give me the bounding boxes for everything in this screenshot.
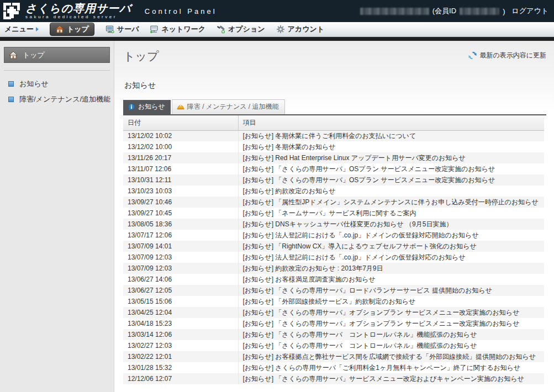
announcement-title[interactable]: [お知らせ] 約款改定のお知らせ : 2013年7月9日 (238, 263, 544, 274)
announcement-row[interactable]: 13/07/09 14:01 [お知らせ] 「RightNow CX」導入による… (123, 241, 544, 252)
refresh-icon (468, 51, 477, 60)
announcement-title[interactable]: [お知らせ] 「さくらの専用サーバ コントロールパネル」機能拡張のお知らせ (238, 340, 544, 351)
announcement-date: 13/02/27 12:03 (123, 340, 238, 351)
announcement-row[interactable]: 12/12/06 12:07 [お知らせ] 「さくらの専用サーバ」サービスメニュ… (123, 373, 544, 384)
announcement-row[interactable]: 13/09/27 10:46 [お知らせ] 「属性型JPドメイン」システムメンテ… (123, 197, 544, 208)
announcement-title[interactable]: [お知らせ] 「ネームサーバ」サービス利用に関するご案内 (238, 208, 544, 219)
announcement-title[interactable]: [お知らせ] 冬期休業のお知らせ (238, 141, 544, 152)
tab-label: お知らせ (138, 102, 165, 112)
announcement-date: 13/07/09 12:03 (123, 263, 238, 274)
announcement-row[interactable]: 13/06/27 14:06 [お知らせ] お客様満足度調査実施のお知らせ (123, 274, 544, 285)
sidebar-item-maintenance[interactable]: 障害/メンテナンス/追加機能 (0, 92, 114, 107)
maintenance-icon (177, 103, 184, 111)
announcement-row[interactable]: 13/05/15 15:06 [お知らせ] 「外部回線接続サービス」約款制定のお… (123, 296, 544, 307)
announcement-row[interactable]: 13/04/25 12:04 [お知らせ] 「さくらの専用サーバ」オプションプラ… (123, 307, 544, 318)
announcement-date: 13/06/27 12:05 (123, 285, 238, 296)
sidebar-item-label: お知らせ (19, 79, 49, 89)
announcement-row[interactable]: 13/10/31 12:11 [お知らせ] 「さくらの専用サーバ」OSプラン サ… (123, 174, 544, 186)
announcement-row[interactable]: 13/12/02 10:02 [お知らせ] 冬期休業に伴うご利用料金のお支払いに… (123, 130, 544, 141)
announcement-row[interactable]: 13/09/27 10:45 [お知らせ] 「ネームサーバ」サービス利用に関する… (123, 208, 544, 219)
announcement-date: 13/11/26 20:17 (123, 152, 238, 163)
announcement-title[interactable]: [お知らせ] 法人登記前における「.co.jp」ドメインの仮登録対応のお知らせ (238, 252, 544, 263)
main-content: トップ 最新の表示内容に更新 お知らせ お知らせ (114, 41, 554, 392)
announcement-title[interactable]: [お知らせ] 「さくらの専用サーバ」サービスメニュー改定およびキャンペーン実施の… (238, 373, 544, 384)
announcement-row[interactable]: 13/03/14 12:06 [お知らせ] 「さくらの専用サーバ コントロールパ… (123, 329, 544, 340)
announcement-title[interactable]: [お知らせ] 約款改定のお知らせ (238, 186, 544, 197)
announcement-date: 12/12/06 12:07 (123, 373, 238, 384)
announcement-row[interactable]: 13/10/23 10:03 [お知らせ] 約款改定のお知らせ (123, 186, 544, 197)
gear-icon (276, 25, 285, 34)
member-id-prefix: (会員ID (432, 6, 456, 16)
logout-link[interactable]: ログアウト (511, 6, 548, 16)
announcement-row[interactable]: 13/11/26 20:17 [お知らせ] Red Hat Enterprise… (123, 152, 544, 163)
nav-item-label: アカウント (288, 24, 325, 34)
announcement-date: 13/09/27 10:46 (123, 197, 238, 208)
account-info: (会員ID ) ログアウト (360, 6, 548, 16)
announcement-row[interactable]: 13/07/17 12:06 [お知らせ] 法人登記前における「.co.jp」ド… (123, 230, 544, 241)
announcement-title[interactable]: [お知らせ] 法人登記前における「.co.jp」ドメインの仮登録対応開始のお知ら… (238, 230, 544, 241)
announcement-title[interactable]: [お知らせ] 「外部回線接続サービス」約款制定のお知らせ (238, 296, 544, 307)
announcement-title[interactable]: [お知らせ] DNSキャッシュサーバ仕様変更のお知らせ （9月5日実施） (238, 219, 544, 230)
announcement-date: 13/05/15 15:06 (123, 296, 238, 307)
announcement-title[interactable]: [お知らせ] 「さくらの専用サーバ」OSプラン サービスメニュー改定実施のお知ら… (238, 163, 544, 174)
announcement-date: 13/10/23 10:03 (123, 186, 238, 197)
announcement-title[interactable]: [お知らせ] 「さくらの専用サーバ コントロールパネル」機能拡張のお知らせ (238, 329, 544, 340)
announcement-date: 13/02/22 12:01 (123, 351, 238, 362)
announcement-title[interactable]: [お知らせ] お客様拠点と弊社サービス間を広域網で接続する「外部回線接続」提供開… (238, 351, 544, 362)
menu-button[interactable]: メニュー (4, 24, 39, 34)
sakura-logo-icon (2, 2, 21, 20)
navbar-bottom-strip (0, 37, 554, 41)
info-icon (128, 103, 135, 111)
nav-item-network[interactable]: ネットワーク (150, 24, 205, 34)
nav-item-label: ネットワーク (161, 24, 205, 34)
sidebar-header-top[interactable]: トップ (4, 47, 110, 63)
sidebar-item-announcements[interactable]: お知らせ (0, 76, 114, 92)
menu-arrow-icon (36, 27, 39, 31)
nav-item-top[interactable]: トップ (50, 23, 94, 36)
tab-maintenance[interactable]: 障害 / メンテナンス / 追加機能 (172, 99, 285, 114)
announcement-date: 13/09/27 10:45 (123, 208, 238, 219)
main-navbar: メニュー トップ サーバ ネットワーク (0, 22, 554, 37)
refresh-button[interactable]: 最新の表示内容に更新 (468, 51, 546, 60)
home-icon (55, 25, 64, 34)
announcement-title[interactable]: [お知らせ] 「属性型JPドメイン」システムメンテナンスに伴うお申し込み受付一時… (238, 197, 544, 208)
announcement-date: 13/10/31 12:11 (123, 174, 238, 186)
nav-item-account[interactable]: アカウント (276, 24, 325, 34)
announcement-title[interactable]: [お知らせ] さくらの専用サーバ「ご利用料金1ヶ月無料キャンペーン」終了に関する… (238, 362, 544, 373)
announcement-row[interactable]: 13/02/22 12:01 [お知らせ] お客様拠点と弊社サービス間を広域網で… (123, 351, 544, 362)
announcement-date: 13/04/25 12:04 (123, 307, 238, 318)
column-header-date: 日付 (123, 115, 238, 130)
announcement-date: 13/08/05 18:36 (123, 219, 238, 230)
announcement-title[interactable]: [お知らせ] 「RightNow CX」導入によるウェブセルフサポート強化のお知… (238, 241, 544, 252)
announcement-title[interactable]: [お知らせ] お客様満足度調査実施のお知らせ (238, 274, 544, 285)
announcement-row[interactable]: 13/06/27 12:05 [お知らせ] 「さくらの専用サーバ」ロードバランサ… (123, 285, 544, 296)
announcement-tabs: お知らせ 障害 / メンテナンス / 追加機能 (123, 99, 546, 115)
announcement-row[interactable]: 13/02/27 12:03 [お知らせ] 「さくらの専用サーバ コントロールパ… (123, 340, 544, 351)
announcement-title[interactable]: [お知らせ] 「さくらの専用サーバ」OSプラン サービスメニュー改定実施のお知ら… (238, 174, 544, 186)
nav-item-label: サーバ (117, 24, 139, 34)
nav-item-server[interactable]: サーバ (105, 24, 139, 34)
announcement-date: 13/11/07 12:06 (123, 163, 238, 174)
announcement-row[interactable]: 13/07/09 12:03 [お知らせ] 法人登記前における「.co.jp」ド… (123, 252, 544, 263)
announcement-date: 13/04/18 15:23 (123, 318, 238, 329)
announcement-title[interactable]: [お知らせ] Red Hat Enterprise Linux アップデート用サ… (238, 152, 544, 163)
announcement-title[interactable]: [お知らせ] 「さくらの専用サーバ」ロードバランサーサービス 提供開始のお知らせ (238, 285, 544, 296)
announcement-date: 13/07/17 12:06 (123, 230, 238, 241)
announcement-row[interactable]: 13/07/09 12:03 [お知らせ] 約款改定のお知らせ : 2013年7… (123, 263, 544, 274)
column-header-item: 項目 (238, 115, 544, 130)
announcement-row[interactable]: 13/12/02 10:00 [お知らせ] 冬期休業のお知らせ (123, 141, 544, 152)
announcement-date: 13/12/02 10:00 (123, 141, 238, 152)
announcement-row[interactable]: 13/01/28 15:32 [お知らせ] さくらの専用サーバ「ご利用料金1ヶ月… (123, 362, 544, 373)
product-label: Control Panel (145, 7, 217, 15)
nav-item-option[interactable]: オプション (217, 24, 265, 34)
announcement-date: 13/07/09 12:03 (123, 252, 238, 263)
tab-announcements[interactable]: お知らせ (123, 100, 171, 114)
announcement-row[interactable]: 13/04/18 15:23 [お知らせ] 「さくらの専用サーバ」オプションプラ… (123, 318, 544, 329)
server-icon (105, 25, 114, 34)
sidebar: トップ お知らせ 障害/メンテナンス/追加機能 (0, 41, 114, 392)
announcement-row[interactable]: 13/08/05 18:36 [お知らせ] DNSキャッシュサーバ仕様変更のお知… (123, 219, 544, 230)
announcement-title[interactable]: [お知らせ] 冬期休業に伴うご利用料金のお支払いについて (238, 130, 544, 141)
announcement-title[interactable]: [お知らせ] 「さくらの専用サーバ」オプションプラン サービスメニュー改定実施の… (238, 307, 544, 318)
announcement-title[interactable]: [お知らせ] 「さくらの専用サーバ」オプションプラン サービスメニュー改定実施の… (238, 318, 544, 329)
announcement-row[interactable]: 13/11/07 12:06 [お知らせ] 「さくらの専用サーバ」OSプラン サ… (123, 163, 544, 174)
